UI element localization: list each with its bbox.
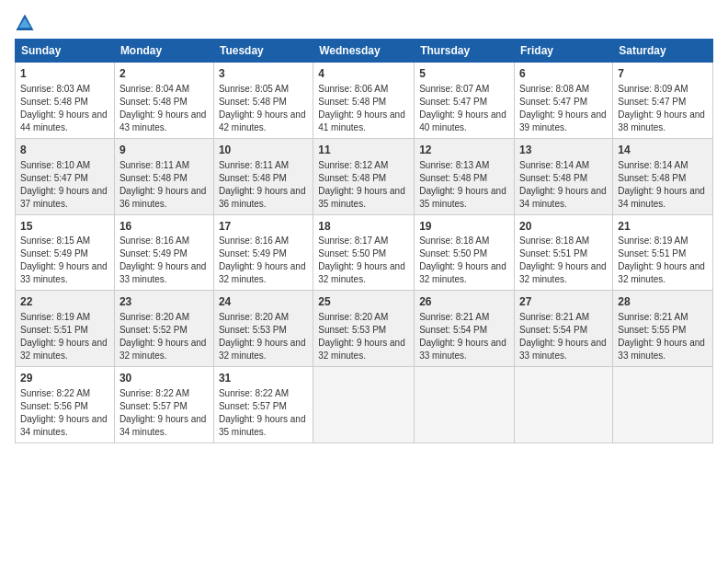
day-info: Sunset: 5:54 PM <box>419 324 509 337</box>
day-number: 22 <box>20 294 109 310</box>
day-number: 16 <box>119 219 209 235</box>
day-number: 3 <box>219 66 308 82</box>
day-info: Sunset: 5:50 PM <box>419 247 509 260</box>
day-number: 29 <box>20 371 109 386</box>
day-info: Daylight: 9 hours and 32 minutes. <box>119 337 209 362</box>
day-cell: 30Sunrise: 8:22 AMSunset: 5:57 PMDayligh… <box>114 367 213 443</box>
day-info: Sunrise: 8:21 AM <box>419 311 509 324</box>
col-header-monday: Monday <box>114 40 213 63</box>
day-info: Sunset: 5:51 PM <box>20 324 109 337</box>
day-info: Sunset: 5:48 PM <box>618 172 708 185</box>
day-number: 17 <box>219 219 308 235</box>
week-row-3: 15Sunrise: 8:15 AMSunset: 5:49 PMDayligh… <box>16 214 713 291</box>
day-info: Sunrise: 8:09 AM <box>618 83 708 96</box>
day-cell: 4Sunrise: 8:06 AMSunset: 5:48 PMDaylight… <box>313 63 415 139</box>
day-cell: 31Sunrise: 8:22 AMSunset: 5:57 PMDayligh… <box>213 367 313 443</box>
day-info: Sunrise: 8:15 AM <box>20 235 109 247</box>
day-info: Daylight: 9 hours and 40 minutes. <box>419 109 509 134</box>
day-info: Sunrise: 8:19 AM <box>20 311 109 324</box>
day-info: Sunrise: 8:05 AM <box>219 83 308 96</box>
day-cell: 10Sunrise: 8:11 AMSunset: 5:48 PMDayligh… <box>213 138 313 214</box>
day-cell: 11Sunrise: 8:12 AMSunset: 5:48 PMDayligh… <box>313 138 415 214</box>
day-info: Daylight: 9 hours and 32 minutes. <box>219 260 308 286</box>
day-number: 25 <box>318 294 409 310</box>
day-cell: 2Sunrise: 8:04 AMSunset: 5:48 PMDaylight… <box>114 63 213 139</box>
day-info: Daylight: 9 hours and 42 minutes. <box>219 109 308 134</box>
day-info: Sunset: 5:49 PM <box>20 247 109 260</box>
day-info: Sunset: 5:48 PM <box>219 96 308 109</box>
day-cell: 9Sunrise: 8:11 AMSunset: 5:48 PMDaylight… <box>114 138 213 214</box>
calendar-container: SundayMondayTuesdayWednesdayThursdayFrid… <box>0 0 728 453</box>
day-info: Sunrise: 8:21 AM <box>519 311 608 324</box>
day-number: 10 <box>219 143 308 158</box>
day-info: Daylight: 9 hours and 35 minutes. <box>318 185 409 211</box>
day-info: Sunrise: 8:19 AM <box>618 235 708 247</box>
day-info: Daylight: 9 hours and 43 minutes. <box>119 109 209 134</box>
day-cell: 17Sunrise: 8:16 AMSunset: 5:49 PMDayligh… <box>213 214 313 291</box>
day-info: Sunrise: 8:03 AM <box>20 83 109 96</box>
day-cell: 22Sunrise: 8:19 AMSunset: 5:51 PMDayligh… <box>16 291 115 367</box>
day-info: Sunrise: 8:11 AM <box>119 159 209 172</box>
day-info: Sunset: 5:47 PM <box>20 172 109 185</box>
day-info: Sunset: 5:52 PM <box>119 324 209 337</box>
day-number: 31 <box>219 371 308 386</box>
day-info: Sunrise: 8:14 AM <box>519 159 608 172</box>
day-info: Daylight: 9 hours and 32 minutes. <box>20 337 109 362</box>
day-cell: 25Sunrise: 8:20 AMSunset: 5:53 PMDayligh… <box>313 291 415 367</box>
day-info: Sunset: 5:53 PM <box>318 324 409 337</box>
day-info: Daylight: 9 hours and 44 minutes. <box>20 109 109 134</box>
day-info: Daylight: 9 hours and 38 minutes. <box>618 109 708 134</box>
day-number: 18 <box>318 219 409 235</box>
day-info: Sunrise: 8:21 AM <box>618 311 708 324</box>
day-number: 23 <box>119 294 209 310</box>
day-info: Sunset: 5:51 PM <box>618 247 708 260</box>
day-info: Sunrise: 8:17 AM <box>318 235 409 247</box>
day-cell <box>313 367 415 443</box>
day-cell: 16Sunrise: 8:16 AMSunset: 5:49 PMDayligh… <box>114 214 213 291</box>
col-header-friday: Friday <box>515 40 613 63</box>
col-header-saturday: Saturday <box>613 40 713 63</box>
day-info: Sunrise: 8:18 AM <box>519 235 608 247</box>
day-number: 27 <box>519 294 608 310</box>
day-number: 14 <box>618 143 708 158</box>
day-info: Sunrise: 8:22 AM <box>219 387 308 400</box>
day-info: Daylight: 9 hours and 39 minutes. <box>519 109 608 134</box>
day-info: Sunrise: 8:08 AM <box>519 83 608 96</box>
day-info: Sunrise: 8:20 AM <box>318 311 409 324</box>
day-number: 11 <box>318 143 409 158</box>
day-info: Sunrise: 8:11 AM <box>219 159 308 172</box>
day-info: Daylight: 9 hours and 35 minutes. <box>419 185 509 211</box>
day-number: 6 <box>519 66 608 82</box>
day-info: Sunrise: 8:04 AM <box>119 83 209 96</box>
day-info: Sunset: 5:48 PM <box>119 96 209 109</box>
week-row-5: 29Sunrise: 8:22 AMSunset: 5:56 PMDayligh… <box>16 367 713 443</box>
day-number: 13 <box>519 143 608 158</box>
day-info: Sunset: 5:56 PM <box>20 400 109 413</box>
day-info: Sunrise: 8:06 AM <box>318 83 409 96</box>
day-info: Daylight: 9 hours and 41 minutes. <box>318 109 409 134</box>
day-cell: 29Sunrise: 8:22 AMSunset: 5:56 PMDayligh… <box>16 367 115 443</box>
day-info: Daylight: 9 hours and 32 minutes. <box>618 260 708 286</box>
col-header-sunday: Sunday <box>16 40 115 63</box>
day-info: Sunset: 5:57 PM <box>219 400 308 413</box>
logo-icon <box>15 13 35 33</box>
col-header-tuesday: Tuesday <box>213 40 313 63</box>
day-number: 9 <box>119 143 209 158</box>
day-info: Sunset: 5:57 PM <box>119 400 209 413</box>
calendar-table: SundayMondayTuesdayWednesdayThursdayFrid… <box>15 39 713 443</box>
day-cell: 21Sunrise: 8:19 AMSunset: 5:51 PMDayligh… <box>613 214 713 291</box>
day-number: 2 <box>119 66 209 82</box>
day-number: 5 <box>419 66 509 82</box>
day-info: Daylight: 9 hours and 33 minutes. <box>519 337 608 362</box>
header <box>15 9 713 33</box>
day-info: Daylight: 9 hours and 34 minutes. <box>618 185 708 211</box>
day-info: Sunset: 5:51 PM <box>519 247 608 260</box>
day-info: Sunset: 5:48 PM <box>519 172 608 185</box>
day-info: Daylight: 9 hours and 34 minutes. <box>119 413 209 439</box>
day-cell <box>515 367 613 443</box>
day-info: Sunset: 5:53 PM <box>219 324 308 337</box>
day-number: 1 <box>20 66 109 82</box>
day-cell: 3Sunrise: 8:05 AMSunset: 5:48 PMDaylight… <box>213 63 313 139</box>
day-info: Sunrise: 8:13 AM <box>419 159 509 172</box>
day-info: Daylight: 9 hours and 32 minutes. <box>519 260 608 286</box>
